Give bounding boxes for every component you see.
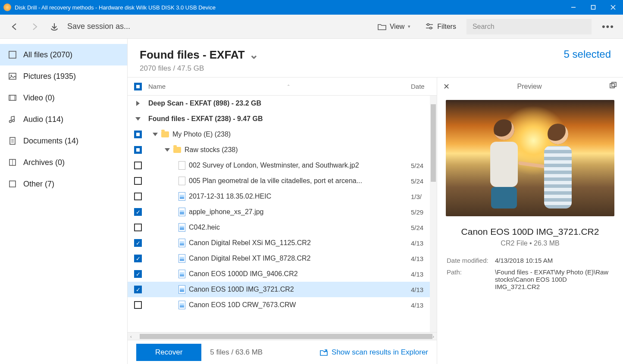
checkbox[interactable] (134, 301, 142, 309)
svg-rect-8 (9, 51, 16, 58)
checkbox[interactable] (134, 239, 142, 247)
folder-icon (173, 147, 181, 153)
file-pane: Name⌃ Date Deep Scan - EXFAT (898) - 23.… (128, 78, 437, 364)
preview-filename: Canon EOS 100D IMG_3721.CR2 (437, 227, 623, 237)
checkbox[interactable] (134, 208, 142, 216)
file-icon (178, 301, 185, 309)
group-deep-scan[interactable]: Deep Scan - EXFAT (898) - 23.2 GB (128, 96, 437, 111)
checkbox[interactable] (134, 162, 142, 169)
save-session-label[interactable]: Save session as... (67, 22, 130, 31)
sidebar-item-other[interactable]: Other (7) (0, 173, 127, 195)
main-panel: Found files - EXFAT ⌄ 2070 files / 47.5 … (128, 39, 623, 364)
app-icon (3, 3, 11, 11)
found-files-heading[interactable]: Found files - EXFAT ⌄ (140, 48, 259, 62)
file-row[interactable]: Canon Digital Rebel XSi MG_1125.CR24/13 (128, 235, 437, 251)
file-icon (178, 161, 185, 170)
svg-rect-22 (9, 181, 16, 187)
folder-my-photo[interactable]: My Photo (E) (238) (128, 127, 437, 142)
file-name: 2017-12-31 18.35.02.HEIC (189, 193, 271, 200)
file-name: apple_iphone_xs_27.jpg (189, 208, 263, 216)
sidebar-item-label: Documents (14) (23, 137, 78, 146)
filters-button[interactable]: Filters (421, 20, 460, 33)
meta-path-value: \Found files - EXFAT\My Photo (E)\Raw st… (495, 268, 614, 290)
recover-button[interactable]: Recover (136, 344, 201, 361)
file-row[interactable]: apple_iphone_xs_27.jpg5/29 (128, 204, 437, 220)
footer-summary: 5 files / 63.6 MB (210, 348, 263, 357)
maximize-button[interactable] (583, 0, 603, 15)
meta-date-value: 4/13/2018 10:15 AM (495, 257, 614, 264)
folder-raw-stocks[interactable]: Raw stocks (238) (128, 142, 437, 158)
group-found-files[interactable]: Found files - EXFAT (238) - 9.47 GB (128, 111, 437, 127)
minimize-button[interactable] (564, 0, 583, 15)
file-row[interactable]: C042.heic5/24 (128, 220, 437, 235)
expand-icon[interactable] (136, 101, 140, 106)
popout-icon[interactable] (609, 82, 617, 91)
sidebar-item-archives[interactable]: Archives (0) (0, 152, 127, 173)
preview-panel: ✕ Preview Canon EOS 100D IMG_3721.CR2 CR… (437, 78, 623, 364)
checkbox[interactable] (134, 177, 142, 185)
checkbox[interactable] (134, 286, 142, 293)
collapse-icon[interactable] (135, 117, 141, 121)
sidebar-item-label: Audio (114) (23, 115, 63, 124)
folder-icon (161, 131, 169, 137)
archives-icon (8, 158, 17, 167)
select-all-checkbox[interactable] (134, 83, 142, 90)
search-input[interactable] (466, 19, 592, 34)
back-button[interactable] (8, 20, 22, 34)
file-row[interactable]: 005 Plan geometral de la ville citadelle… (128, 173, 437, 189)
column-date[interactable]: Date (411, 83, 437, 90)
file-name: Canon EOS 1000D IMG_9406.CR2 (189, 270, 298, 278)
column-header: Name⌃ Date (128, 78, 437, 96)
file-row[interactable]: Canon EOS 100D IMG_3721.CR24/13 (128, 282, 437, 297)
sidebar-item-documents[interactable]: Documents (14) (0, 130, 127, 152)
preview-heading: Preview (450, 83, 609, 90)
sidebar-item-all-files[interactable]: All files (2070) (0, 44, 127, 65)
collapse-icon[interactable] (165, 148, 170, 152)
checkbox[interactable] (134, 131, 142, 138)
checkbox[interactable] (134, 146, 142, 154)
svg-point-15 (13, 120, 15, 122)
collapse-icon[interactable] (153, 133, 158, 136)
checkbox[interactable] (134, 224, 142, 231)
file-row[interactable]: 002 Survey of London, Westminster, and S… (128, 158, 437, 173)
checkbox[interactable] (134, 193, 142, 200)
checkbox[interactable] (134, 270, 142, 278)
checkbox[interactable] (134, 255, 142, 262)
view-dropdown[interactable]: View ▾ (373, 20, 415, 33)
file-name: 002 Survey of London, Westminster, and S… (189, 162, 359, 169)
file-name: C042.heic (189, 224, 220, 231)
sidebar-item-audio[interactable]: Audio (114) (0, 109, 127, 130)
folder-icon (378, 23, 386, 31)
file-row[interactable]: Canon EOS 1000D IMG_9406.CR24/13 (128, 266, 437, 282)
documents-icon (8, 136, 17, 146)
video-icon (8, 93, 17, 103)
column-name[interactable]: Name⌃ (148, 83, 411, 90)
file-name: Canon EOS 100D IMG_3721.CR2 (189, 286, 294, 293)
selected-count[interactable]: 5 selected (564, 48, 611, 60)
file-row[interactable]: Canon Digital Rebel XT IMG_8728.CR24/13 (128, 251, 437, 266)
file-name: Canon Digital Rebel XT IMG_8728.CR2 (189, 255, 311, 262)
svg-rect-11 (9, 95, 16, 100)
svg-rect-1 (592, 6, 595, 9)
file-icon (178, 192, 185, 201)
chevron-down-icon: ⌄ (249, 48, 259, 62)
close-button[interactable] (603, 0, 623, 15)
save-session-icon[interactable] (47, 20, 61, 34)
sidebar-item-label: Video (0) (23, 93, 55, 103)
show-in-explorer-link[interactable]: Show scan results in Explorer (319, 348, 428, 357)
main-header: Found files - EXFAT ⌄ 2070 files / 47.5 … (128, 39, 623, 77)
file-icon (178, 270, 185, 278)
file-icon (178, 285, 185, 294)
horizontal-scrollbar[interactable]: ‹› (128, 332, 437, 340)
preview-image (446, 100, 614, 216)
footer: Recover 5 files / 63.6 MB Show scan resu… (128, 340, 437, 364)
audio-icon (8, 115, 17, 124)
forward-button[interactable] (28, 20, 41, 34)
vertical-scrollbar[interactable] (430, 96, 437, 332)
sidebar-item-pictures[interactable]: Pictures (1935) (0, 65, 127, 87)
sidebar-item-video[interactable]: Video (0) (0, 87, 127, 109)
close-preview-button[interactable]: ✕ (443, 82, 450, 91)
file-row[interactable]: 2017-12-31 18.35.02.HEIC1/3/ (128, 189, 437, 204)
file-row[interactable]: Canon EOS 10D CRW_7673.CRW4/13 (128, 297, 437, 313)
more-button[interactable]: ••• (598, 21, 619, 32)
